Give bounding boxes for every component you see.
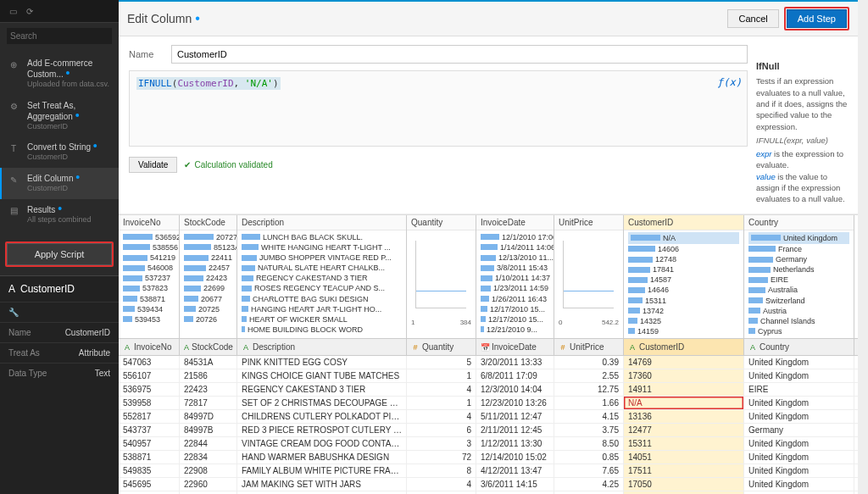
table-cell: N/A [624, 397, 744, 409]
summary-cell[interactable]: CustomerIDN/A146061274817841145871464615… [624, 215, 744, 338]
search-input[interactable] [7, 28, 112, 44]
column-name-input[interactable] [171, 45, 748, 64]
table-cell: 536975 [119, 383, 180, 396]
table-cell: 17050 [624, 478, 744, 491]
table-row[interactable]: 54569522960JAM MAKING SET WITH JARS43/6/… [119, 478, 858, 491]
table-cell: 8.50 [554, 437, 624, 450]
prop-row: Data TypeText [0, 363, 119, 383]
table-row[interactable]: 53697522423REGENCY CAKESTAND 3 TIER412/3… [119, 383, 858, 397]
table-cell: 22960 [180, 478, 237, 491]
prop-row: Treat AsAttribute [0, 342, 119, 363]
vertical-scrollbar[interactable] [858, 0, 868, 494]
table-cell: 14051 [624, 451, 744, 463]
table-row[interactable]: 54983522908FAMILY ALBUM WHITE PICTURE FR… [119, 464, 858, 478]
table-cell: REGENCY CAKESTAND 3 TIER [237, 383, 407, 396]
table-row[interactable]: 55610721586KINGS CHOICE GIANT TUBE MATCH… [119, 369, 858, 383]
table-cell: FAMILY ALBUM WHITE PICTURE FRAME [237, 464, 407, 477]
column-header[interactable]: ACountry [744, 339, 854, 355]
add-step-button[interactable]: Add Step [787, 9, 847, 28]
add-step-highlight: Add Step [784, 7, 849, 31]
table-cell: United Kingdom [744, 356, 854, 369]
table-cell: United Kingdom [744, 464, 854, 477]
refresh-icon[interactable]: ⟳ [24, 5, 36, 17]
help-line1: expr is the expression to evaluate. [756, 148, 848, 171]
table-cell: 22908 [180, 464, 237, 477]
column-header[interactable]: ACustomerID [624, 339, 744, 355]
table-cell: 72817 [180, 397, 237, 409]
formula-editor[interactable]: IFNULL(CustomerID, 'N/A') ƒ(x) [129, 70, 748, 147]
table-cell: 15311 [624, 437, 744, 450]
sidebar: ▭ ⟳ ⊕ Add E-commerce Custom... •Uploaded… [0, 0, 119, 494]
table-row[interactable]: 53995872817SET OF 2 CHRISTMAS DECOUPAGE … [119, 397, 858, 410]
validate-message: ✔ Calculation validated [184, 160, 272, 169]
column-header[interactable]: #Quantity [407, 339, 476, 355]
step-icon: ▤ [7, 204, 20, 218]
table-cell: 14911 [624, 383, 744, 396]
table-row[interactable]: 54095722844VINTAGE CREAM DOG FOOD CONTAI… [119, 437, 858, 451]
table-cell: SET OF 2 CHRISTMAS DECOUPAGE CANDLE [237, 397, 407, 409]
column-header[interactable]: 📅InvoiceDate [476, 339, 554, 355]
db-icon: ▭ [7, 5, 19, 17]
table-cell: 3/20/2011 13:33 [476, 356, 554, 369]
table-cell: 7.65 [554, 464, 624, 477]
sidebar-step[interactable]: ✎ Edit Column •CustomerID [0, 168, 119, 199]
table-cell: 539958 [119, 397, 180, 409]
table-row[interactable]: 54706384531APINK KNITTED EGG COSY53/20/2… [119, 356, 858, 369]
summary-cell[interactable]: UnitPrice0542.2 [554, 215, 624, 338]
column-header[interactable]: #UnitPrice [554, 339, 624, 355]
table-cell: 0.39 [554, 356, 624, 369]
sidebar-top: ▭ ⟳ [0, 0, 119, 23]
fx-icon[interactable]: ƒ(x) [717, 76, 742, 88]
cancel-button[interactable]: Cancel [727, 9, 778, 28]
summary-cell[interactable]: Quantity1384 [407, 215, 476, 338]
summary-cell[interactable]: DescriptionLUNCH BAG BLACK SKULL.WHITE H… [237, 215, 407, 338]
table-row[interactable]: 54373784997BRED 3 PIECE RETROSPOT CUTLER… [119, 424, 858, 437]
table-cell: 2.55 [554, 369, 624, 382]
table-cell: 22844 [180, 437, 237, 450]
summary-cell[interactable]: StockCode2072785123A22411224572242322699… [180, 215, 237, 338]
table-cell: 1.66 [554, 397, 624, 409]
step-icon: T [7, 142, 20, 155]
step-icon: ⊕ [7, 58, 20, 71]
table-cell: 538871 [119, 451, 180, 463]
help-line2: value is the value to assign if the expr… [756, 171, 848, 205]
table-cell: 6/8/2011 17:09 [476, 369, 554, 382]
table-cell: United Kingdom [744, 397, 854, 409]
table-cell: 545695 [119, 478, 180, 491]
summary-cell[interactable]: CountryUnited KingdomFranceGermanyNether… [744, 215, 854, 338]
summary-cell[interactable]: InvoiceDate12/1/2010 17:061/14/2011 14:0… [476, 215, 554, 338]
table-row[interactable]: 53887122834HAND WARMER BABUSHKA DESIGN72… [119, 451, 858, 464]
table-cell: 552817 [119, 410, 180, 423]
sidebar-step[interactable]: ▤ Results •All steps combined [0, 199, 119, 230]
table-cell: United Kingdom [744, 410, 854, 423]
table-cell: EIRE [744, 383, 854, 396]
apply-script-button[interactable]: Apply Script [7, 243, 112, 265]
table-cell: 2/11/2011 12:45 [476, 424, 554, 436]
table-cell: 84997D [180, 410, 237, 423]
prop-a-icon: A [8, 283, 15, 295]
column-header[interactable]: AStockCode [180, 339, 237, 355]
validate-button[interactable]: Validate [129, 157, 177, 173]
table-cell: United Kingdom [744, 478, 854, 491]
table-cell: 1 [407, 397, 476, 409]
table-row[interactable]: 55281784997DCHILDRENS CUTLERY POLKADOT P… [119, 410, 858, 424]
type-icon: A [123, 343, 131, 352]
property-panel: A CustomerID 🔧 NameCustomerIDTreat AsAtt… [0, 275, 119, 494]
prop-wrench[interactable]: 🔧 [0, 302, 119, 322]
summary-cell[interactable]: InvoiceNo5365925385565412195460085372375… [119, 215, 180, 338]
table-cell: 543737 [119, 424, 180, 436]
prop-title: CustomerID [20, 283, 75, 295]
sidebar-step[interactable]: ⚙ Set Treat As, Aggregation •CustomerID [0, 95, 119, 137]
type-icon: A [184, 343, 189, 352]
column-header[interactable]: ADescription [237, 339, 407, 355]
summary-row: InvoiceNo5365925385565412195460085372375… [119, 215, 858, 339]
column-header[interactable]: AInvoiceNo [119, 339, 180, 355]
table-cell: 12.75 [554, 383, 624, 396]
sidebar-step[interactable]: ⊕ Add E-commerce Custom... •Uploaded fro… [0, 53, 119, 95]
table-cell: 84997B [180, 424, 237, 436]
table-cell: 6 [407, 424, 476, 436]
sidebar-step[interactable]: T Convert to String •CustomerID [0, 136, 119, 168]
name-label: Name [129, 49, 163, 59]
table-cell: 17511 [624, 464, 744, 477]
table-cell: Germany [744, 424, 854, 436]
